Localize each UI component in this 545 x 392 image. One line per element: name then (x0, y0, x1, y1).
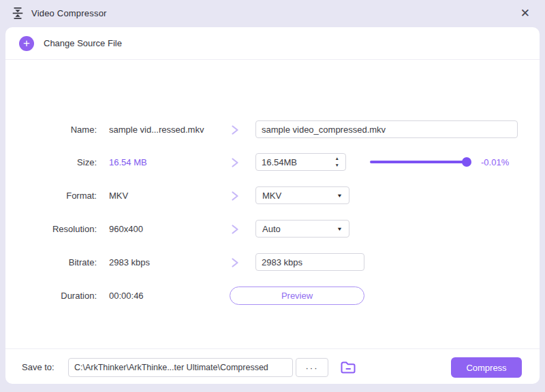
size-source-value: 16.54 MB (109, 153, 147, 172)
bitrate-input[interactable] (255, 253, 364, 271)
save-to-label: Save to: (22, 358, 54, 377)
name-source-value: sample vid...ressed.mkv (109, 120, 204, 140)
form-row-resolution: Resolution: 960x400 Auto ▼ (5, 220, 540, 239)
compress-button[interactable]: Compress (451, 357, 522, 378)
size-stepper-value[interactable]: 16.54MB (256, 157, 335, 167)
save-path-input[interactable] (68, 358, 293, 377)
stepper-up-icon[interactable]: ▲ (335, 157, 339, 161)
close-icon[interactable]: ✕ (516, 6, 534, 20)
format-label: Format: (5, 186, 97, 206)
format-select[interactable]: MKV ▼ (255, 186, 349, 204)
caret-down-icon: ▼ (337, 226, 343, 232)
resolution-source-value: 960x400 (109, 220, 143, 239)
footer-divider (5, 348, 540, 349)
change-source-label[interactable]: Change Source File (44, 38, 122, 48)
resolution-select[interactable]: Auto ▼ (255, 220, 349, 238)
duration-label: Duration: (5, 287, 97, 306)
stepper-arrows: ▲ ▼ (335, 157, 339, 167)
chevron-right-icon (230, 125, 240, 138)
window-title: Video Compressor (31, 8, 107, 18)
bitrate-label: Bitrate: (5, 253, 97, 272)
resolution-label: Resolution: (5, 220, 97, 239)
size-slider[interactable] (370, 161, 467, 163)
chevron-right-icon (230, 157, 240, 171)
main-panel: + Change Source File Name: sample vid...… (5, 27, 540, 384)
format-source-value: MKV (109, 186, 128, 206)
resolution-select-value: Auto (256, 224, 337, 234)
size-stepper[interactable]: 16.54MB ▲ ▼ (255, 153, 346, 171)
titlebar: Video Compressor ✕ (0, 0, 545, 26)
format-select-value: MKV (256, 191, 337, 201)
form-row-name: Name: sample vid...ressed.mkv (5, 120, 540, 140)
browse-more-button[interactable]: ··· (296, 358, 328, 377)
name-label: Name: (5, 120, 97, 140)
size-change-percent: -0.01% (481, 153, 509, 172)
size-label: Size: (5, 153, 97, 172)
plus-icon[interactable]: + (19, 36, 34, 51)
folder-icon[interactable] (339, 359, 357, 376)
preview-button[interactable]: Preview (230, 287, 364, 305)
compress-icon (11, 6, 25, 20)
form-row-format: Format: MKV MKV ▼ (5, 186, 540, 206)
form-row-size: Size: 16.54 MB 16.54MB ▲ ▼ -0.01% (5, 153, 540, 172)
bitrate-source-value: 2983 kbps (109, 253, 150, 272)
chevron-right-icon (230, 257, 240, 271)
form-row-bitrate: Bitrate: 2983 kbps (5, 253, 540, 272)
slider-handle[interactable] (462, 157, 471, 167)
form-row-duration: Duration: 00:00:46 Preview (5, 287, 540, 306)
name-input[interactable] (255, 120, 518, 138)
stepper-down-icon[interactable]: ▼ (335, 163, 339, 168)
change-source-row[interactable]: + Change Source File (5, 27, 540, 60)
chevron-right-icon (230, 224, 240, 238)
chevron-right-icon (230, 191, 240, 204)
duration-source-value: 00:00:46 (109, 287, 144, 306)
caret-down-icon: ▼ (337, 193, 343, 199)
